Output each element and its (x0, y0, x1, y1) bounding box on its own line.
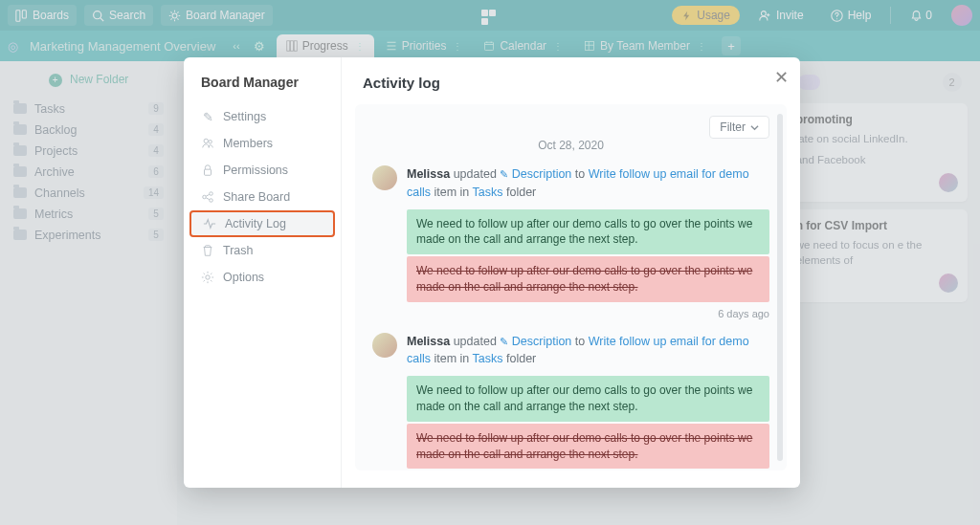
lock-icon (201, 164, 214, 177)
folder-link[interactable]: Tasks (473, 186, 503, 199)
svg-rect-16 (205, 169, 212, 175)
log-text: Melissa updated ✎ Description to Write f… (407, 333, 769, 369)
filter-button[interactable]: Filter (709, 116, 769, 139)
nav-trash[interactable]: Trash (184, 237, 341, 264)
activity-icon (203, 217, 216, 230)
panel-title: Activity log (342, 75, 800, 104)
board-manager-modal: ✕ Board Manager ✎Settings Members Permis… (184, 57, 800, 488)
user-avatar (372, 165, 397, 190)
svg-point-14 (204, 139, 208, 142)
log-timestamp: 6 days ago (407, 308, 769, 319)
field-link[interactable]: Description (512, 335, 572, 348)
diff-removed: We need to follow up after our demo call… (407, 256, 769, 302)
log-text: Melissa updated ✎ Description to Write f… (407, 165, 769, 202)
log-entry: Melissa updated ✎ Description to Write f… (372, 165, 769, 319)
nav-share[interactable]: Share Board (184, 184, 341, 210)
svg-point-20 (206, 275, 210, 279)
folder-link[interactable]: Tasks (473, 352, 503, 365)
nav-activity-log[interactable]: Activity Log (189, 210, 335, 237)
user-avatar (372, 333, 397, 358)
nav-settings[interactable]: ✎Settings (184, 103, 341, 130)
diff-removed: We need to follow up after our demo call… (407, 424, 769, 470)
field-link[interactable]: Description (512, 167, 572, 181)
diff-block: We need to follow up after our demo call… (407, 376, 769, 469)
diff-added: We need to follow up after our demo call… (407, 209, 769, 255)
log-entry: Melissa updated ✎ Description to Write f… (372, 333, 769, 470)
close-button[interactable]: ✕ (774, 67, 789, 88)
pencil-icon: ✎ (201, 110, 214, 123)
nav-options[interactable]: Options (184, 264, 341, 291)
diff-added: We need to follow up after our demo call… (407, 376, 769, 422)
svg-point-15 (209, 141, 212, 144)
chevron-down-icon (750, 123, 759, 132)
options-icon (201, 271, 214, 284)
activity-log-panel: Filter Oct 28, 2020 Melissa updated ✎ De… (355, 104, 787, 470)
modal-title: Board Manager (184, 75, 341, 103)
members-icon (201, 137, 214, 150)
modal-sidebar: Board Manager ✎Settings Members Permissi… (184, 57, 342, 488)
share-icon (201, 190, 214, 204)
svg-point-17 (210, 192, 213, 196)
pencil-icon: ✎ (500, 336, 508, 347)
nav-members[interactable]: Members (184, 130, 341, 157)
date-separator: Oct 28, 2020 (372, 139, 769, 152)
diff-block: We need to follow up after our demo call… (407, 209, 769, 302)
modal-main: Activity log Filter Oct 28, 2020 Melissa… (342, 57, 800, 488)
svg-point-19 (210, 199, 213, 203)
trash-icon (201, 244, 214, 257)
pencil-icon: ✎ (500, 168, 508, 180)
svg-point-18 (203, 195, 207, 199)
nav-permissions[interactable]: Permissions (184, 157, 341, 184)
